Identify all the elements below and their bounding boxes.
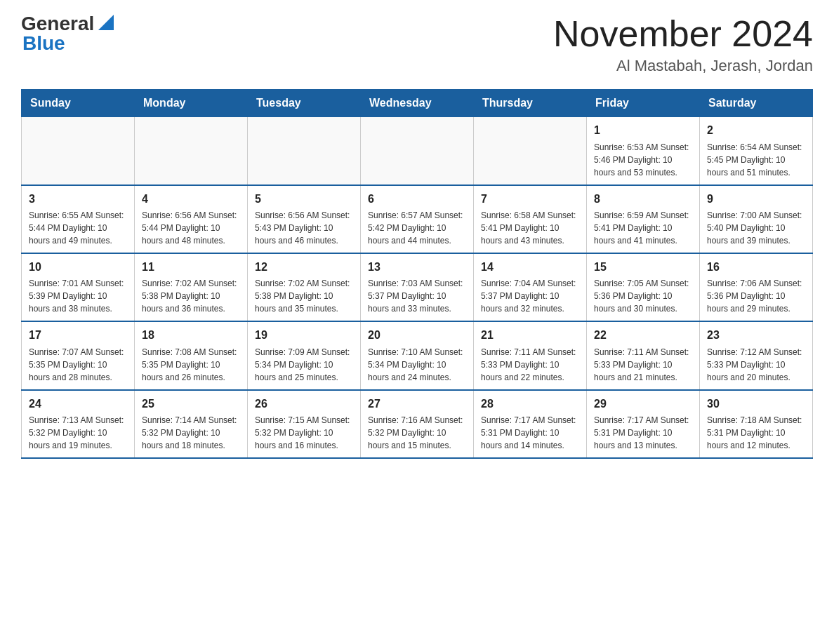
calendar-week-row: 1Sunrise: 6:53 AM Sunset: 5:46 PM Daylig… — [22, 117, 813, 185]
calendar-cell — [474, 117, 587, 185]
calendar-cell: 25Sunrise: 7:14 AM Sunset: 5:32 PM Dayli… — [135, 390, 248, 458]
logo-triangle-icon — [98, 15, 114, 30]
day-info: Sunrise: 7:00 AM Sunset: 5:40 PM Dayligh… — [707, 209, 805, 247]
column-header-sunday: Sunday — [22, 90, 135, 117]
day-number: 6 — [368, 192, 466, 207]
day-info: Sunrise: 7:18 AM Sunset: 5:31 PM Dayligh… — [707, 414, 805, 452]
day-info: Sunrise: 7:15 AM Sunset: 5:32 PM Dayligh… — [255, 414, 353, 452]
day-number: 26 — [255, 396, 353, 412]
calendar-cell: 2Sunrise: 6:54 AM Sunset: 5:45 PM Daylig… — [700, 117, 813, 185]
day-info: Sunrise: 6:53 AM Sunset: 5:46 PM Dayligh… — [594, 141, 692, 179]
calendar-cell: 3Sunrise: 6:55 AM Sunset: 5:44 PM Daylig… — [22, 185, 135, 253]
day-number: 20 — [368, 328, 466, 343]
calendar-week-row: 17Sunrise: 7:07 AM Sunset: 5:35 PM Dayli… — [22, 321, 813, 389]
calendar-cell: 9Sunrise: 7:00 AM Sunset: 5:40 PM Daylig… — [700, 185, 813, 253]
column-header-tuesday: Tuesday — [248, 90, 361, 117]
day-info: Sunrise: 7:05 AM Sunset: 5:36 PM Dayligh… — [594, 277, 692, 315]
calendar-cell — [248, 117, 361, 185]
calendar-cell — [22, 117, 135, 185]
column-header-thursday: Thursday — [474, 90, 587, 117]
column-header-saturday: Saturday — [700, 90, 813, 117]
day-info: Sunrise: 6:56 AM Sunset: 5:43 PM Dayligh… — [255, 209, 353, 247]
day-info: Sunrise: 7:13 AM Sunset: 5:32 PM Dayligh… — [29, 414, 127, 452]
calendar-cell: 13Sunrise: 7:03 AM Sunset: 5:37 PM Dayli… — [361, 253, 474, 321]
day-number: 4 — [142, 192, 240, 207]
day-info: Sunrise: 6:57 AM Sunset: 5:42 PM Dayligh… — [368, 209, 466, 247]
day-number: 12 — [255, 260, 353, 275]
day-number: 3 — [29, 192, 127, 207]
calendar-title: November 2024 — [553, 14, 813, 54]
calendar-cell: 10Sunrise: 7:01 AM Sunset: 5:39 PM Dayli… — [22, 253, 135, 321]
day-number: 13 — [368, 260, 466, 275]
calendar-cell: 30Sunrise: 7:18 AM Sunset: 5:31 PM Dayli… — [700, 390, 813, 458]
calendar-cell: 20Sunrise: 7:10 AM Sunset: 5:34 PM Dayli… — [361, 321, 474, 389]
column-header-friday: Friday — [587, 90, 700, 117]
day-info: Sunrise: 7:17 AM Sunset: 5:31 PM Dayligh… — [594, 414, 692, 452]
logo: General Blue — [21, 14, 114, 53]
day-info: Sunrise: 7:16 AM Sunset: 5:32 PM Dayligh… — [368, 414, 466, 452]
day-number: 19 — [255, 328, 353, 343]
day-info: Sunrise: 7:09 AM Sunset: 5:34 PM Dayligh… — [255, 346, 353, 384]
day-info: Sunrise: 7:02 AM Sunset: 5:38 PM Dayligh… — [255, 277, 353, 315]
calendar-cell: 5Sunrise: 6:56 AM Sunset: 5:43 PM Daylig… — [248, 185, 361, 253]
day-number: 28 — [481, 396, 579, 412]
day-info: Sunrise: 6:56 AM Sunset: 5:44 PM Dayligh… — [142, 209, 240, 247]
calendar-cell: 23Sunrise: 7:12 AM Sunset: 5:33 PM Dayli… — [700, 321, 813, 389]
day-info: Sunrise: 7:01 AM Sunset: 5:39 PM Dayligh… — [29, 277, 127, 315]
day-info: Sunrise: 7:04 AM Sunset: 5:37 PM Dayligh… — [481, 277, 579, 315]
calendar-cell: 16Sunrise: 7:06 AM Sunset: 5:36 PM Dayli… — [700, 253, 813, 321]
day-number: 30 — [707, 396, 805, 412]
calendar-cell: 11Sunrise: 7:02 AM Sunset: 5:38 PM Dayli… — [135, 253, 248, 321]
calendar-cell: 26Sunrise: 7:15 AM Sunset: 5:32 PM Dayli… — [248, 390, 361, 458]
day-info: Sunrise: 7:02 AM Sunset: 5:38 PM Dayligh… — [142, 277, 240, 315]
day-info: Sunrise: 6:54 AM Sunset: 5:45 PM Dayligh… — [707, 141, 805, 179]
svg-marker-0 — [98, 15, 114, 30]
day-info: Sunrise: 7:08 AM Sunset: 5:35 PM Dayligh… — [142, 346, 240, 384]
day-number: 7 — [481, 192, 579, 207]
column-header-monday: Monday — [135, 90, 248, 117]
calendar-cell: 21Sunrise: 7:11 AM Sunset: 5:33 PM Dayli… — [474, 321, 587, 389]
day-number: 24 — [29, 396, 127, 412]
calendar-cell: 18Sunrise: 7:08 AM Sunset: 5:35 PM Dayli… — [135, 321, 248, 389]
page-header: General Blue November 2024 Al Mastabah, … — [21, 14, 813, 75]
day-info: Sunrise: 7:10 AM Sunset: 5:34 PM Dayligh… — [368, 346, 466, 384]
day-number: 25 — [142, 396, 240, 412]
calendar-cell: 7Sunrise: 6:58 AM Sunset: 5:41 PM Daylig… — [474, 185, 587, 253]
logo-general-text: General — [21, 14, 94, 34]
calendar-week-row: 10Sunrise: 7:01 AM Sunset: 5:39 PM Dayli… — [22, 253, 813, 321]
day-number: 17 — [29, 328, 127, 343]
day-info: Sunrise: 7:11 AM Sunset: 5:33 PM Dayligh… — [594, 346, 692, 384]
calendar-header-row: SundayMondayTuesdayWednesdayThursdayFrid… — [22, 90, 813, 117]
calendar-table: SundayMondayTuesdayWednesdayThursdayFrid… — [21, 89, 813, 459]
calendar-cell: 1Sunrise: 6:53 AM Sunset: 5:46 PM Daylig… — [587, 117, 700, 185]
calendar-week-row: 3Sunrise: 6:55 AM Sunset: 5:44 PM Daylig… — [22, 185, 813, 253]
day-info: Sunrise: 7:12 AM Sunset: 5:33 PM Dayligh… — [707, 346, 805, 384]
calendar-cell: 29Sunrise: 7:17 AM Sunset: 5:31 PM Dayli… — [587, 390, 700, 458]
day-info: Sunrise: 6:58 AM Sunset: 5:41 PM Dayligh… — [481, 209, 579, 247]
logo-blue-text: Blue — [22, 34, 65, 53]
day-number: 22 — [594, 328, 692, 343]
calendar-cell: 27Sunrise: 7:16 AM Sunset: 5:32 PM Dayli… — [361, 390, 474, 458]
calendar-cell: 24Sunrise: 7:13 AM Sunset: 5:32 PM Dayli… — [22, 390, 135, 458]
day-number: 23 — [707, 328, 805, 343]
calendar-cell: 22Sunrise: 7:11 AM Sunset: 5:33 PM Dayli… — [587, 321, 700, 389]
day-number: 15 — [594, 260, 692, 275]
day-number: 11 — [142, 260, 240, 275]
day-number: 10 — [29, 260, 127, 275]
calendar-week-row: 24Sunrise: 7:13 AM Sunset: 5:32 PM Dayli… — [22, 390, 813, 458]
day-info: Sunrise: 7:17 AM Sunset: 5:31 PM Dayligh… — [481, 414, 579, 452]
calendar-cell: 12Sunrise: 7:02 AM Sunset: 5:38 PM Dayli… — [248, 253, 361, 321]
day-number: 2 — [707, 123, 805, 138]
day-info: Sunrise: 6:59 AM Sunset: 5:41 PM Dayligh… — [594, 209, 692, 247]
day-number: 14 — [481, 260, 579, 275]
calendar-cell — [361, 117, 474, 185]
day-number: 27 — [368, 396, 466, 412]
column-header-wednesday: Wednesday — [361, 90, 474, 117]
calendar-cell: 17Sunrise: 7:07 AM Sunset: 5:35 PM Dayli… — [22, 321, 135, 389]
day-number: 18 — [142, 328, 240, 343]
calendar-cell: 15Sunrise: 7:05 AM Sunset: 5:36 PM Dayli… — [587, 253, 700, 321]
calendar-cell: 14Sunrise: 7:04 AM Sunset: 5:37 PM Dayli… — [474, 253, 587, 321]
calendar-cell: 8Sunrise: 6:59 AM Sunset: 5:41 PM Daylig… — [587, 185, 700, 253]
calendar-cell: 28Sunrise: 7:17 AM Sunset: 5:31 PM Dayli… — [474, 390, 587, 458]
day-info: Sunrise: 6:55 AM Sunset: 5:44 PM Dayligh… — [29, 209, 127, 247]
